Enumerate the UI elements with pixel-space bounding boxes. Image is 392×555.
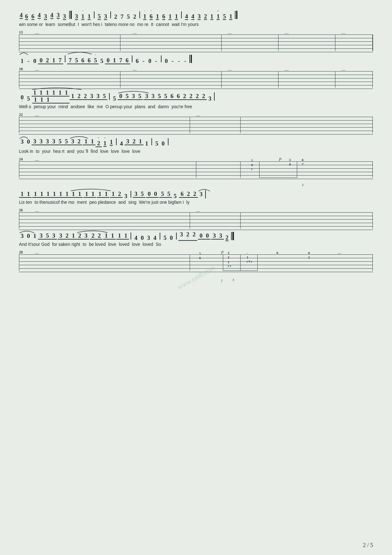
- tab-staff-4: 24 — 5 6 y p 3 0 6 7 3: [19, 156, 373, 187]
- corner-barline: [214, 92, 215, 101]
- arc-group-2: 0 5 3 5 3 3: [118, 93, 156, 100]
- note-group-underline: 6 2 2: [179, 191, 198, 198]
- chord-notation: 5 6 y: [251, 158, 253, 171]
- barline: [131, 233, 131, 240]
- barline: [161, 55, 162, 62]
- note-group-underline: 1 1: [116, 233, 129, 240]
- note-arc-group: 1 1 1 1 1 1 1 1 1: [32, 90, 70, 103]
- note-group-underline: 1 1: [19, 191, 32, 198]
- staff-barline: [19, 34, 19, 51]
- note-group-underline: 0 0: [146, 191, 159, 198]
- triplet-2: 3: [232, 278, 234, 282]
- music-sheet-page: www.tan8.com 4 · 6 6 4· 3 4· 3· 3 3 ·1 1: [0, 0, 392, 555]
- bracket-2: [223, 254, 258, 271]
- barline: [132, 55, 132, 62]
- chord-notation-left: 5 6: [199, 251, 201, 260]
- staff-barline: [196, 161, 196, 178]
- notation-row-5: 1 1 1 1 1 1 1 1 1 1 1: [19, 189, 373, 199]
- staff-barline: [19, 161, 19, 178]
- staff-symbol: —: [228, 67, 232, 72]
- staff-dash: —: [337, 251, 341, 256]
- lyrics-row-4: Look in to your hea rt and you 'll find …: [19, 149, 373, 154]
- triplet: 3: [302, 183, 304, 187]
- staff-symbol: —: [35, 251, 39, 256]
- slur-group-2: 7 5 6 6 ·5: [67, 53, 99, 64]
- note-group-underline: 3 2· 2: [178, 231, 197, 241]
- double-barline: [69, 11, 72, 19]
- lyrics-row-3: Well o penup your mind andsee like me O …: [19, 104, 373, 109]
- arc-end: 3: [198, 191, 204, 197]
- tab-staff-1: 13 — — — — —: [19, 29, 373, 51]
- slur-group: 1: [19, 54, 25, 64]
- chord-n3: 0: [277, 251, 279, 255]
- lyrics-row-6: And It'sour God for saken right to be lo…: [19, 242, 373, 247]
- staff-symbol: —: [341, 31, 346, 36]
- barline: [65, 55, 65, 62]
- barline: [160, 233, 160, 240]
- barline: [181, 11, 182, 18]
- section-5: 1 1 1 1 1 1 1 1 1 1 1: [19, 189, 373, 205]
- section-3: 0· 5 1 1 1 1 1 1 1 1 1: [19, 90, 373, 109]
- staff-symbol: —: [35, 158, 39, 163]
- staff-barline: [120, 71, 120, 88]
- note-group-underline: 1 1 1: [32, 97, 70, 103]
- note-group-underline: 2 3: [77, 233, 89, 240]
- staff-barline: [19, 117, 19, 133]
- note-group-underline: 6 ·5: [86, 53, 99, 64]
- note-group-underline: 3 5 3: [38, 233, 57, 240]
- staff-symbol: —: [285, 31, 289, 36]
- p-symbol: p: [279, 156, 281, 161]
- staff-barline: [190, 212, 190, 229]
- staff-barline: [335, 34, 335, 51]
- note-group-underline: 7 5 6: [67, 53, 86, 64]
- staff-lines-6: [19, 254, 373, 275]
- bracket-decoration: [259, 161, 297, 178]
- note-group-underline: 5 5: [159, 191, 172, 198]
- section-1: 4 · 6 6 4· 3 4· 3· 3 3 ·1 1 5 3 2 7 5: [19, 8, 373, 27]
- staff-symbol: —: [196, 113, 200, 118]
- staff-symbol: —: [35, 113, 39, 118]
- arc-group-6: 3 0 1: [19, 233, 38, 239]
- chord-notation-3: 6 7: [302, 158, 304, 167]
- note-group-underline: 0 5 3 5: [118, 93, 143, 100]
- staff-barline: [221, 71, 222, 88]
- barline: [94, 11, 95, 18]
- staff-barline: [240, 161, 241, 178]
- staff-barline: [19, 254, 19, 271]
- tab-staff-5: 26 — —: [19, 207, 373, 229]
- tab-staff-2: 18 — — — — —: [19, 65, 373, 88]
- staff-barline: [372, 212, 373, 229]
- note-group-underline: 1 1 1 1 1 1: [32, 191, 70, 198]
- staff-barline: [335, 71, 335, 88]
- staff-barline: [372, 254, 373, 271]
- page-number: 2 / 5: [363, 542, 373, 549]
- note-group-underline: 1 1: [83, 138, 95, 145]
- note-group-underline: 1 1: [97, 191, 109, 198]
- barline: [131, 191, 131, 198]
- staff-barline: [278, 34, 279, 51]
- staff-barline: [190, 117, 190, 133]
- barline: [168, 138, 168, 145]
- barline: [139, 11, 140, 18]
- staff-symbol: —: [35, 67, 39, 72]
- barline: [116, 138, 117, 145]
- staff-barline: [372, 117, 373, 133]
- staff-symbol: —: [133, 31, 137, 36]
- note-group-underline: 5 5: [156, 93, 169, 100]
- tab-staff-6: 28 — 5 6 p 3 3 1 y y - 1 y: [19, 249, 373, 284]
- note-group-underline: ⌐2: [95, 136, 102, 147]
- note-group-underline: 3 5: [133, 191, 145, 198]
- note-group-underline: 3 2 1: [58, 233, 77, 240]
- note-group-underline: 3 3: [211, 233, 224, 240]
- tab-staff-3: 22 — —: [19, 111, 373, 133]
- staff-barline: [120, 34, 120, 51]
- note-group-underline: 2 2: [90, 233, 102, 240]
- staff-barline: [372, 71, 373, 88]
- note-group-underline: 1 1: [70, 191, 83, 198]
- end-barline: [235, 11, 237, 19]
- staff-barline: [278, 71, 279, 88]
- staff-symbol: —: [35, 31, 39, 36]
- arc-group-4: 3 2 1 1: [70, 138, 95, 145]
- p-symbol-2: p: [221, 249, 224, 254]
- staff-symbol: —: [133, 67, 137, 72]
